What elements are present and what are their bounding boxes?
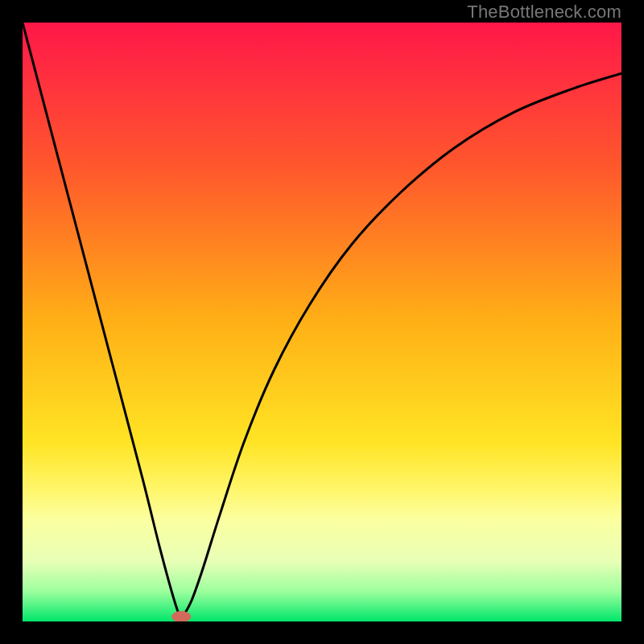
bottleneck-chart xyxy=(23,23,621,621)
watermark-text: TheBottleneck.com xyxy=(467,2,621,23)
chart-background xyxy=(23,23,621,621)
chart-frame xyxy=(23,23,621,621)
